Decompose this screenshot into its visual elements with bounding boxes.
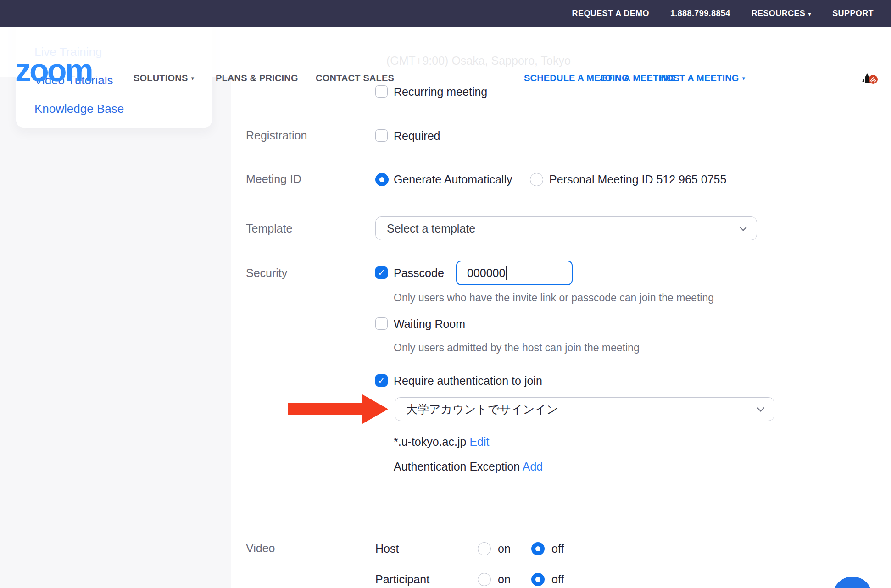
auth-domain-edit-link[interactable]: Edit [469, 435, 489, 448]
registration-required-label: Required [394, 129, 440, 143]
solutions-label: SOLUTIONS [134, 73, 188, 83]
recurring-meeting-checkbox[interactable] [375, 85, 388, 98]
nav-plans-pricing[interactable]: PLANS & PRICING [216, 73, 298, 83]
auth-domain-value: *.u-tokyo.ac.jp [394, 435, 466, 448]
help-chat-button[interactable] [833, 577, 872, 588]
waiting-room-label: Waiting Room [394, 317, 465, 331]
video-host-label: Host [375, 542, 399, 555]
host-video-off-radio[interactable] [531, 542, 545, 555]
auth-exception-add-link[interactable]: Add [523, 460, 543, 473]
recurring-meeting-label: Recurring meeting [394, 85, 487, 99]
registration-label: Registration [246, 129, 307, 142]
participant-video-on-radio[interactable] [478, 573, 491, 586]
host-video-on-radio[interactable] [478, 542, 491, 555]
check-icon: ✓ [376, 375, 387, 387]
chevron-down-icon: ▾ [808, 11, 811, 17]
passcode-label: Passcode [394, 266, 444, 280]
support-link[interactable]: SUPPORT [832, 9, 874, 18]
video-label: Video [246, 542, 275, 555]
section-divider [375, 510, 874, 510]
security-label: Security [246, 266, 287, 280]
zoom-logo[interactable]: zoom [15, 54, 92, 86]
red-arrow-head [362, 394, 388, 424]
resources-label: RESOURCES [752, 9, 806, 18]
profile-avatar[interactable] [858, 72, 879, 84]
registration-required-checkbox[interactable] [375, 129, 388, 142]
personal-meeting-id-radio[interactable] [530, 173, 543, 186]
resources-menu[interactable]: RESOURCES▾ [752, 9, 812, 18]
participant-video-off-label: off [551, 572, 564, 586]
auth-exception-label: Authentication Exception [394, 460, 520, 473]
sidebar-item-knowledge-base[interactable]: Knowledge Base [34, 102, 124, 116]
chevron-down-icon [739, 223, 747, 231]
passcode-help-text: Only users who have the invite link or p… [394, 292, 714, 304]
auth-exception-row: Authentication Exception Add [394, 460, 543, 473]
nav-solutions[interactable]: SOLUTIONS▾ [134, 73, 194, 83]
chevron-down-icon: ▾ [742, 75, 746, 82]
host-video-on-label: on [498, 542, 511, 555]
template-select-value: Select a template [387, 222, 739, 235]
authentication-method-value: 大学アカウントでサインイン [406, 402, 757, 417]
passcode-checkbox[interactable]: ✓ [375, 266, 388, 279]
participant-video-off-radio[interactable] [531, 573, 545, 586]
phone-number-link[interactable]: 1.888.799.8854 [670, 9, 730, 18]
avatar-image [858, 72, 879, 84]
waiting-room-help-text: Only users admitted by the host can join… [394, 342, 640, 354]
host-video-off-label: off [551, 542, 564, 555]
main-navbar: zoom SOLUTIONS▾ PLANS & PRICING CONTACT … [0, 27, 891, 77]
personal-meeting-id-label: Personal Meeting ID 512 965 0755 [549, 172, 726, 186]
request-a-demo-link[interactable]: REQUEST A DEMO [572, 9, 649, 18]
nav-contact-sales[interactable]: CONTACT SALES [316, 73, 394, 83]
template-label: Template [246, 222, 292, 235]
chevron-down-icon: ▾ [191, 75, 194, 82]
utility-topbar: REQUEST A DEMO 1.888.799.8854 RESOURCES▾… [0, 0, 891, 27]
auth-domain-row: *.u-tokyo.ac.jp Edit [394, 435, 489, 449]
meeting-id-label: Meeting ID [246, 172, 301, 186]
waiting-room-checkbox[interactable] [375, 317, 388, 330]
zoom-schedule-meeting-page: (GMT+9:00) Osaka, Sapporo, Tokyo Live Tr… [0, 0, 891, 588]
generate-automatically-radio[interactable] [375, 173, 389, 186]
generate-automatically-label: Generate Automatically [394, 172, 512, 186]
passcode-input-value: 000000 [467, 266, 505, 280]
template-select[interactable]: Select a template [375, 216, 757, 240]
text-cursor [506, 266, 507, 280]
require-authentication-checkbox[interactable]: ✓ [375, 374, 388, 387]
authentication-method-select[interactable]: 大学アカウントでサインイン [395, 397, 774, 421]
nav-host-a-meeting[interactable]: HOST A MEETING▾ [659, 73, 745, 83]
require-authentication-label: Require authentication to join [394, 374, 542, 388]
host-a-meeting-label: HOST A MEETING [659, 73, 739, 83]
video-participant-label: Participant [375, 572, 429, 586]
participant-video-on-label: on [498, 572, 511, 586]
check-icon: ✓ [376, 267, 387, 279]
red-arrow-shaft [288, 403, 362, 415]
passcode-input[interactable]: 000000 [456, 261, 573, 285]
chevron-down-icon [757, 404, 764, 412]
